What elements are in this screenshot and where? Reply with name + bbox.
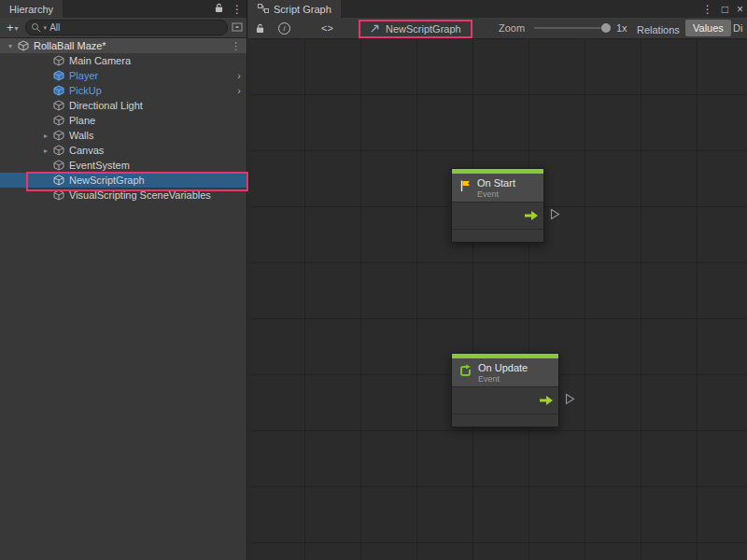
node-on-start[interactable]: On Start Event bbox=[451, 168, 544, 243]
disclosure-open-icon[interactable]: ▾ bbox=[4, 42, 17, 50]
gameobject-icon bbox=[52, 175, 65, 186]
gameobject-icon bbox=[52, 100, 65, 111]
node-title: On Update bbox=[478, 362, 528, 374]
prefab-icon bbox=[52, 70, 65, 81]
hierarchy-tabstrip: Hierarchy ⋮ bbox=[0, 0, 247, 19]
prefab-enter-chevron[interactable]: › bbox=[237, 71, 241, 81]
graph-info-icon[interactable]: i bbox=[278, 18, 290, 38]
gameobject-icon bbox=[52, 55, 65, 66]
graph-lock-icon[interactable] bbox=[256, 18, 264, 38]
zoom-slider-knob[interactable] bbox=[601, 23, 611, 33]
graph-menu-icon[interactable]: ⋮ bbox=[702, 4, 713, 15]
hierarchy-item-plane[interactable]: Plane bbox=[0, 113, 247, 128]
hierarchy-item-newscriptgraph[interactable]: NewScriptGraph bbox=[0, 173, 247, 188]
hierarchy-item-walls[interactable]: ▸ Walls bbox=[0, 128, 247, 143]
code-view-icon[interactable]: <> bbox=[321, 18, 333, 38]
script-graph-panel: Script Graph ⋮ □ × i <> NewScriptGraph Z… bbox=[248, 0, 747, 560]
create-dropdown-caret: ▾ bbox=[15, 24, 19, 33]
script-graph-tab-icon bbox=[258, 4, 269, 15]
gameobject-icon bbox=[52, 115, 65, 126]
connection-triangle-icon[interactable] bbox=[550, 208, 560, 220]
hierarchy-panel: Hierarchy ⋮ + ▾ ▾ All ▾ bbox=[0, 0, 247, 560]
unity-scene-icon bbox=[17, 40, 30, 51]
graph-tab-label: Script Graph bbox=[274, 4, 331, 15]
search-icon bbox=[31, 20, 41, 36]
graph-tabstrip: Script Graph ⋮ □ × bbox=[248, 0, 747, 19]
zoom-value: 1x bbox=[616, 18, 627, 38]
node-subtitle: Event bbox=[478, 374, 528, 384]
search-value: All bbox=[49, 22, 60, 33]
connection-triangle-icon[interactable] bbox=[565, 393, 575, 405]
hierarchy-item-player[interactable]: Player › bbox=[0, 68, 247, 83]
prefab-icon bbox=[52, 85, 65, 96]
output-port-arrow-icon[interactable] bbox=[524, 210, 539, 221]
tab-hierarchy[interactable]: Hierarchy bbox=[0, 0, 63, 18]
hierarchy-item-directional-light[interactable]: Directional Light bbox=[0, 98, 247, 113]
graph-title[interactable]: NewScriptGraph bbox=[386, 23, 461, 35]
gameobject-icon bbox=[52, 160, 65, 171]
hierarchy-item-pickup[interactable]: PickUp › bbox=[0, 83, 247, 98]
tab-script-graph[interactable]: Script Graph bbox=[248, 0, 341, 18]
create-object-button[interactable]: + ▾ bbox=[4, 21, 21, 35]
hierarchy-item-canvas[interactable]: ▸ Canvas bbox=[0, 143, 247, 158]
disclosure-closed-icon[interactable]: ▸ bbox=[39, 147, 52, 155]
values-toggle[interactable]: Values bbox=[685, 20, 731, 36]
lock-icon[interactable] bbox=[215, 3, 223, 16]
zoom-label: Zoom bbox=[499, 18, 525, 38]
flag-icon bbox=[458, 179, 472, 196]
dim-toggle[interactable]: Di bbox=[733, 18, 742, 38]
hierarchy-item-main-camera[interactable]: Main Camera bbox=[0, 53, 247, 68]
gameobject-icon bbox=[52, 189, 65, 201]
node-on-update[interactable]: On Update Event bbox=[451, 353, 559, 427]
maximize-icon[interactable]: □ bbox=[722, 4, 728, 15]
hierarchy-tab-label: Hierarchy bbox=[9, 4, 53, 15]
hierarchy-item-eventsystem[interactable]: EventSystem bbox=[0, 158, 247, 173]
zoom-slider[interactable] bbox=[534, 18, 609, 38]
hierarchy-search-input[interactable]: ▾ All bbox=[25, 20, 228, 35]
disclosure-closed-icon[interactable]: ▸ bbox=[39, 132, 52, 140]
node-title: On Start bbox=[477, 177, 515, 189]
graph-canvas[interactable]: On Start Event On Update bbox=[248, 38, 747, 560]
output-port-arrow-icon[interactable] bbox=[539, 395, 554, 406]
node-subtitle: Event bbox=[477, 189, 515, 199]
gameobject-icon bbox=[52, 145, 65, 156]
graph-toolbar: i <> NewScriptGraph Zoom 1x Relations Va… bbox=[248, 18, 747, 39]
scene-name: RollaBall Maze* bbox=[34, 40, 106, 51]
hierarchy-menu-icon[interactable]: ⋮ bbox=[232, 4, 243, 15]
close-icon[interactable]: × bbox=[737, 4, 743, 15]
search-filter-caret[interactable]: ▾ bbox=[44, 24, 48, 32]
hierarchy-tree: ▾ RollaBall Maze* ⋮ Main Camera Player › bbox=[0, 38, 247, 560]
hierarchy-item-scenevariables[interactable]: VisualScripting SceneVariables bbox=[0, 188, 247, 203]
hierarchy-toolbar: + ▾ ▾ All bbox=[0, 18, 247, 38]
scene-menu-icon[interactable]: ⋮ bbox=[231, 41, 241, 51]
scene-row[interactable]: ▾ RollaBall Maze* ⋮ bbox=[0, 38, 247, 53]
search-picker-icon[interactable] bbox=[232, 20, 243, 36]
script-graph-asset-icon bbox=[370, 23, 380, 35]
prefab-enter-chevron[interactable]: › bbox=[237, 86, 241, 96]
gameobject-icon bbox=[52, 130, 65, 141]
loop-icon bbox=[458, 364, 472, 381]
graph-title-annotation: NewScriptGraph bbox=[359, 20, 472, 38]
